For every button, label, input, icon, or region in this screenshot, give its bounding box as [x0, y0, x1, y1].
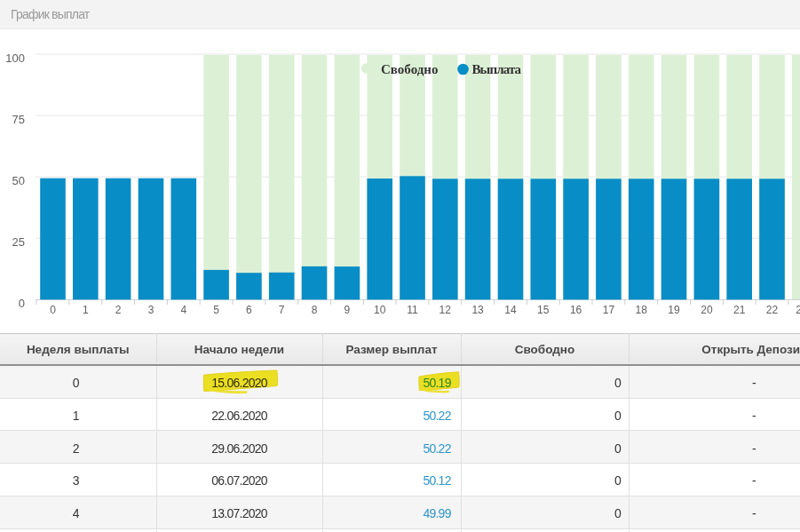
svg-text:0: 0 — [19, 297, 25, 310]
svg-text:13: 13 — [471, 304, 484, 316]
svg-text:75: 75 — [12, 113, 25, 126]
svg-text:6: 6 — [246, 304, 252, 316]
svg-text:22: 22 — [766, 304, 779, 316]
svg-text:50: 50 — [12, 174, 25, 187]
svg-text:4: 4 — [180, 304, 186, 316]
svg-text:0: 0 — [50, 304, 56, 316]
svg-text:21: 21 — [733, 304, 746, 316]
svg-text:1: 1 — [83, 304, 89, 316]
svg-text:9: 9 — [345, 304, 351, 316]
svg-text:100: 100 — [5, 52, 25, 65]
svg-text:Свободно: Свободно — [381, 62, 438, 76]
svg-text:15: 15 — [537, 304, 550, 316]
svg-text:19: 19 — [668, 304, 680, 316]
svg-text:14: 14 — [504, 304, 517, 316]
svg-text:5: 5 — [213, 304, 219, 316]
svg-text:20: 20 — [701, 304, 713, 316]
svg-text:18: 18 — [636, 304, 648, 316]
svg-text:23: 23 — [796, 304, 800, 316]
svg-text:7: 7 — [279, 304, 285, 316]
svg-text:10: 10 — [374, 304, 386, 316]
svg-text:Выплата: Выплата — [472, 62, 522, 76]
svg-text:11: 11 — [407, 304, 418, 316]
svg-text:17: 17 — [603, 304, 615, 316]
svg-text:12: 12 — [440, 304, 452, 316]
svg-text:16: 16 — [570, 304, 582, 316]
svg-text:2: 2 — [115, 304, 122, 316]
svg-text:25: 25 — [12, 235, 25, 249]
svg-text:8: 8 — [312, 304, 318, 316]
svg-text:3: 3 — [148, 304, 154, 316]
